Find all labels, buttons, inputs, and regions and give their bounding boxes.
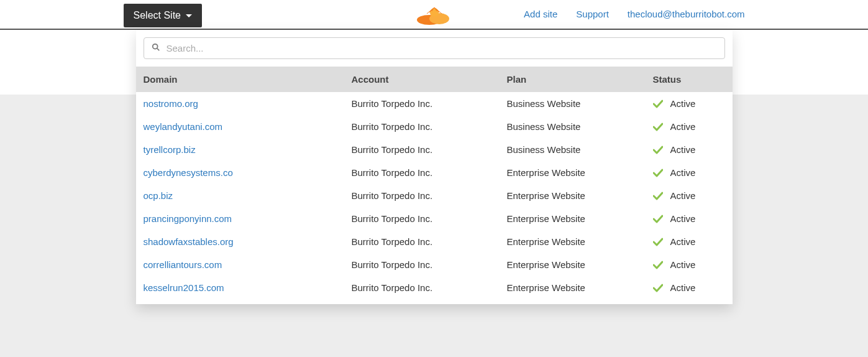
cell-account: Burrito Torpedo Inc. [352, 282, 507, 293]
status-text: Active [670, 144, 696, 155]
cell-domain: ocp.biz [144, 190, 352, 201]
domain-link[interactable]: ocp.biz [144, 190, 173, 201]
cell-domain: tyrellcorp.biz [144, 144, 352, 155]
table-header-row: Domain Account Plan Status [136, 67, 733, 92]
cell-status: Active [653, 144, 725, 155]
cell-plan: Enterprise Website [507, 259, 653, 270]
table-row: ocp.bizBurrito Torpedo Inc.Enterprise We… [136, 184, 733, 207]
cell-account: Burrito Torpedo Inc. [352, 259, 507, 270]
check-icon [653, 146, 663, 154]
cell-domain: shadowfaxstables.org [144, 236, 352, 247]
check-icon [653, 261, 663, 269]
cell-account: Burrito Torpedo Inc. [352, 144, 507, 155]
user-email-link[interactable]: thecloud@theburritobot.com [628, 9, 745, 19]
support-link[interactable]: Support [576, 9, 609, 19]
cell-account: Burrito Torpedo Inc. [352, 190, 507, 201]
cell-plan: Business Website [507, 98, 653, 109]
cell-status: Active [653, 190, 725, 201]
cell-account: Burrito Torpedo Inc. [352, 213, 507, 224]
cell-plan: Business Website [507, 144, 653, 155]
cell-domain: correlliantours.com [144, 259, 352, 270]
check-icon [653, 169, 663, 177]
cell-plan: Enterprise Website [507, 213, 653, 224]
cell-plan: Enterprise Website [507, 236, 653, 247]
cell-status: Active [653, 98, 725, 109]
sites-panel: Domain Account Plan Status nostromo.orgB… [136, 30, 733, 304]
status-text: Active [670, 259, 696, 270]
domain-link[interactable]: weylandyutani.com [144, 121, 223, 132]
cell-plan: Enterprise Website [507, 167, 653, 178]
search-box[interactable] [144, 37, 725, 59]
domain-link[interactable]: tyrellcorp.biz [144, 144, 196, 155]
status-text: Active [670, 236, 696, 247]
table-row: nostromo.orgBurrito Torpedo Inc.Business… [136, 92, 733, 115]
check-icon [653, 284, 663, 292]
header-plan: Plan [507, 74, 653, 85]
header-domain: Domain [144, 74, 352, 85]
cell-status: Active [653, 236, 725, 247]
status-text: Active [670, 167, 696, 178]
cell-domain: nostromo.org [144, 98, 352, 109]
cell-account: Burrito Torpedo Inc. [352, 236, 507, 247]
caret-down-icon [186, 14, 192, 17]
table-row: prancingponyinn.comBurrito Torpedo Inc.E… [136, 207, 733, 230]
table-row: shadowfaxstables.orgBurrito Torpedo Inc.… [136, 230, 733, 253]
header-status: Status [653, 74, 725, 85]
cell-plan: Enterprise Website [507, 190, 653, 201]
select-site-label: Select Site [134, 10, 181, 21]
topbar: Select Site Add site Support thecloud@th… [0, 0, 868, 30]
domain-link[interactable]: nostromo.org [144, 98, 198, 109]
table-row: correlliantours.comBurrito Torpedo Inc.E… [136, 253, 733, 276]
table-row: tyrellcorp.bizBurrito Torpedo Inc.Busine… [136, 138, 733, 161]
cell-plan: Business Website [507, 121, 653, 132]
domain-link[interactable]: kesselrun2015.com [144, 282, 224, 293]
table-body: nostromo.orgBurrito Torpedo Inc.Business… [136, 92, 733, 299]
table-row: cyberdynesystems.coBurrito Torpedo Inc.E… [136, 161, 733, 184]
search-input[interactable] [167, 43, 717, 53]
cloudflare-logo-icon [414, 5, 454, 27]
check-icon [653, 238, 663, 246]
status-text: Active [670, 98, 696, 109]
status-text: Active [670, 282, 696, 293]
cell-domain: kesselrun2015.com [144, 282, 352, 293]
cell-domain: prancingponyinn.com [144, 213, 352, 224]
check-icon [653, 100, 663, 108]
cell-domain: cyberdynesystems.co [144, 167, 352, 178]
status-text: Active [670, 190, 696, 201]
cell-account: Burrito Torpedo Inc. [352, 167, 507, 178]
check-icon [653, 192, 663, 200]
check-icon [653, 123, 663, 131]
svg-line-4 [157, 49, 159, 51]
cell-status: Active [653, 167, 725, 178]
domain-link[interactable]: prancingponyinn.com [144, 213, 232, 224]
table-row: kesselrun2015.comBurrito Torpedo Inc.Ent… [136, 276, 733, 299]
cell-plan: Enterprise Website [507, 282, 653, 293]
add-site-link[interactable]: Add site [524, 9, 557, 19]
cell-account: Burrito Torpedo Inc. [352, 121, 507, 132]
domain-link[interactable]: cyberdynesystems.co [144, 167, 233, 178]
header-account: Account [352, 74, 507, 85]
cell-status: Active [653, 213, 725, 224]
cell-status: Active [653, 259, 725, 270]
cell-account: Burrito Torpedo Inc. [352, 98, 507, 109]
select-site-button[interactable]: Select Site [124, 4, 202, 27]
cell-status: Active [653, 282, 725, 293]
cell-domain: weylandyutani.com [144, 121, 352, 132]
table-row: weylandyutani.comBurrito Torpedo Inc.Bus… [136, 115, 733, 138]
check-icon [653, 215, 663, 223]
svg-point-3 [152, 44, 157, 49]
status-text: Active [670, 121, 696, 132]
svg-point-2 [430, 8, 439, 17]
domain-link[interactable]: shadowfaxstables.org [144, 236, 234, 247]
cell-status: Active [653, 121, 725, 132]
domain-link[interactable]: correlliantours.com [144, 259, 222, 270]
search-icon [152, 43, 160, 53]
status-text: Active [670, 213, 696, 224]
topbar-right-links: Add site Support thecloud@theburritobot.… [524, 9, 744, 19]
